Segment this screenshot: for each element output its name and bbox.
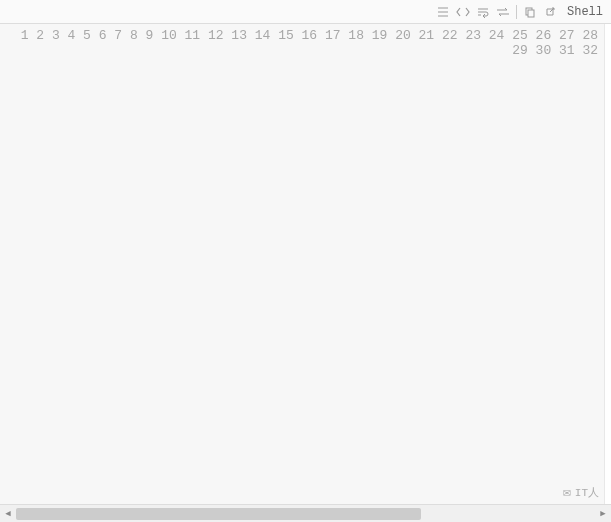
copy-icon[interactable] — [523, 5, 537, 19]
scroll-right-arrow[interactable]: ▶ — [595, 506, 611, 522]
svg-rect-1 — [528, 10, 534, 17]
wechat-icon: ✉ — [563, 484, 571, 500]
shell-label[interactable]: Shell — [567, 5, 603, 19]
popout-icon[interactable] — [543, 5, 557, 19]
horizontal-scrollbar[interactable]: ◀ ▶ — [0, 504, 611, 522]
watermark-text: IT人 — [575, 485, 599, 500]
scroll-left-arrow[interactable]: ◀ — [0, 506, 16, 522]
line-gutter: 1 2 3 4 5 6 7 8 9 10 11 12 13 14 15 16 1… — [0, 24, 605, 504]
toolbar-divider — [516, 5, 517, 19]
menu-icon[interactable] — [436, 5, 450, 19]
scroll-thumb[interactable] — [16, 508, 421, 520]
code-area[interactable]: mysql -h192.168.1.21 -uroot -proot123 -P… — [605, 24, 611, 504]
code-icon[interactable] — [456, 5, 470, 19]
scroll-track[interactable] — [16, 505, 595, 522]
watermark: ✉ IT人 — [563, 484, 599, 500]
editor: 1 2 3 4 5 6 7 8 9 10 11 12 13 14 15 16 1… — [0, 24, 611, 504]
wrap-icon[interactable] — [476, 5, 490, 19]
toolbar: Shell — [0, 0, 611, 24]
swap-icon[interactable] — [496, 5, 510, 19]
